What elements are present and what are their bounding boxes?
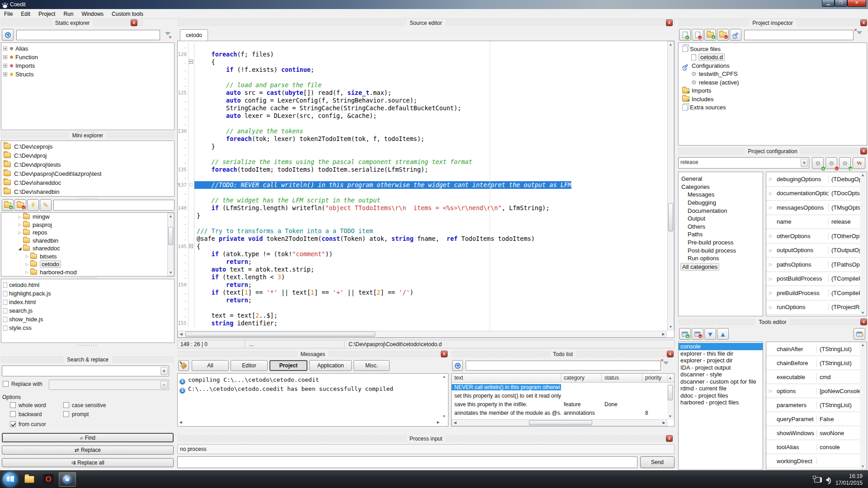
tool-item[interactable]: ddoc - project files [679,392,763,399]
code-line[interactable]: 125 auto src = cast(ubyte[]) read(f, siz… [178,89,667,97]
tool-item[interactable]: dscanner - custom opt for file [679,378,763,385]
property-row[interactable]: queryParametFalse [766,412,867,426]
code-line[interactable]: 150 return; [178,281,667,289]
tools-editor-close-icon[interactable]: x [860,319,867,325]
taskbar-opera-button[interactable]: O [40,472,57,487]
property-row[interactable]: ▷debugingOptions(TDebugOpts) [766,172,867,187]
property-value[interactable]: (TStringList) [817,402,867,408]
config-category-all-categories[interactable]: All categories [680,263,763,271]
messages-clear-button[interactable] [178,360,189,371]
config-unlink-button[interactable]: ϟϟ [853,157,865,169]
expand-icon[interactable]: ▷ [766,177,775,181]
code-line[interactable]: 140 if (LfmString.length) writefln("obje… [178,204,667,212]
configuration-combo[interactable]: release ▼ [678,157,809,169]
code-line[interactable]: . // the widget has the LFM script in th… [178,197,667,204]
replace-with-combo[interactable]: ▼ [49,380,169,390]
splitter-grip[interactable] [77,197,97,199]
config-category-categories[interactable]: Categories [680,183,763,191]
code-line[interactable]: 145{ [178,243,667,250]
favorite-path[interactable]: C:\Dev\dproj [3,151,174,160]
messages-tab-editor[interactable]: Editor [231,360,268,371]
code-line[interactable]: . [178,74,667,81]
tree-item-alias[interactable]: Alias [3,44,174,53]
start-button[interactable] [3,472,17,487]
property-row[interactable]: namerelease [766,215,867,230]
todo-filter-input[interactable] [466,361,661,371]
inspector-item-imports[interactable]: Imports [680,87,867,95]
todo-row[interactable]: set this property as const() to set it r… [452,391,674,400]
code-line[interactable]: . { [178,58,667,66]
property-value[interactable]: swoNone [817,430,867,436]
code-line[interactable]: . if (text.length < 3) [178,273,667,281]
todo-row[interactable]: annotates the member of the module as @s… [452,408,674,417]
property-row[interactable]: showWindowsswoNone [766,426,867,440]
code-line[interactable]: 155 string identifier; [178,319,667,327]
expand-icon[interactable] [3,72,7,76]
mini-explorer-open-button[interactable] [27,199,39,211]
expand-icon[interactable] [3,64,7,68]
replace-all-button[interactable]: ⇉ Replace all [2,458,174,467]
inspector-filter-input[interactable] [744,30,854,40]
favorite-path[interactable]: C:\Dev\sharedbin [3,187,174,196]
todo-row[interactable]: save this property in the inifile.featur… [452,400,674,408]
expand-icon[interactable]: ▷ [766,291,775,295]
property-value[interactable]: (TStringList) [817,346,867,352]
property-row[interactable]: ▷pathsOptions(TPathsOpts) [766,258,867,272]
messages-tab-application[interactable]: Application [309,360,352,371]
tree-item-imports[interactable]: Imports [3,61,174,70]
taskbar-explorer-button[interactable] [21,472,38,487]
collapse-icon[interactable]: ◢ [18,246,22,251]
code-line[interactable]: . return; [178,296,667,304]
expand-icon[interactable]: ▷ [766,277,775,281]
messages-hscrollbar[interactable]: ◀ ▶ [178,419,441,426]
tool-remove-button[interactable]: − [692,328,703,340]
message-entry[interactable]: icompiling C:\...\cetodo\cetodo.coedit [179,375,448,385]
code-line[interactable]: . auto text = atok.text.strip; [178,266,667,273]
inspector-add-folder-button[interactable]: + [704,29,716,41]
expand-icon[interactable]: ▷ [766,248,775,253]
message-entry[interactable]: iC:\...\cetodo\cetodo.coedit has been su… [179,385,448,394]
todo-column-header-text[interactable]: text [452,374,561,382]
property-row[interactable]: ▷runOptions(TProjectRunO [766,300,867,315]
close-button[interactable]: ✕ [847,0,866,7]
folder-tree-item[interactable]: ◢shareddoc [3,244,174,253]
property-row[interactable]: chainBefore(TStringList) [766,356,867,370]
folder-tree-item[interactable]: ▷mingw [3,213,174,221]
config-category-pre-build-process[interactable]: Pre-build process [680,239,763,247]
config-category-post-build-process[interactable]: Post-build process [680,246,763,254]
editor-vscrollbar[interactable]: ▲ ▼ [667,41,674,330]
config-category-messages[interactable]: Messages [680,191,763,199]
code-line[interactable]: 137✎ //TODO: NEVER call writeln() in thi… [178,181,667,189]
file-list-item[interactable]: style.css [3,324,174,332]
tool-item[interactable]: explorer - project dir [679,357,763,364]
inspector-remove-folder-button[interactable]: − [717,29,729,41]
file-list-item[interactable]: cetodo.html [3,281,174,289]
code-line[interactable]: . [178,174,667,181]
config-category-paths[interactable]: Paths [680,230,763,239]
code-line[interactable]: 120 foreach(f; files) [178,51,667,58]
favorite-path[interactable]: C:\Dev\pasproj\Coedit\lazproj\test [3,169,174,178]
property-row[interactable]: ▷messagesOptions(TMsgOpts) [766,201,867,215]
code-line[interactable]: . auto lexer = DLexer(src, config, &cach… [178,112,667,120]
todo-column-header-priority[interactable]: priority [642,374,668,382]
code-line[interactable]: .} [178,212,667,220]
code-line[interactable]: . [178,189,667,197]
config-category-documentation[interactable]: Documentation [680,206,763,215]
send-button[interactable]: Send [640,456,675,468]
favorite-path[interactable]: C:\Dev\ceprojs [3,142,174,151]
inspector-add-file-button[interactable]: + [679,29,691,41]
inspector-item-cetodo-d[interactable]: cetodo.d [680,53,867,62]
code-line[interactable]: .@safe private void token2TodoItem(const… [178,235,667,243]
replace-button[interactable]: ⇄ Replace [2,446,174,455]
file-list-item[interactable]: show_hide.js [3,315,174,324]
property-row[interactable]: ▷preBuildProcess(TCompileProc [766,286,867,300]
inspector-config-button[interactable] [730,29,741,41]
inspector-remove-file-button[interactable]: − [692,29,703,41]
inspector-item-includes[interactable]: Includes [680,95,867,103]
fold-collapse-icon[interactable] [189,244,193,248]
mini-explorer-path-input[interactable] [53,200,175,211]
messages-tab-project[interactable]: Project [269,360,307,371]
chevron-down-icon[interactable]: ▼ [160,367,168,375]
source-editor[interactable]: .120 foreach(f; files). {. if (!f.exists… [177,41,675,338]
expand-icon[interactable]: ▷ [25,262,29,267]
